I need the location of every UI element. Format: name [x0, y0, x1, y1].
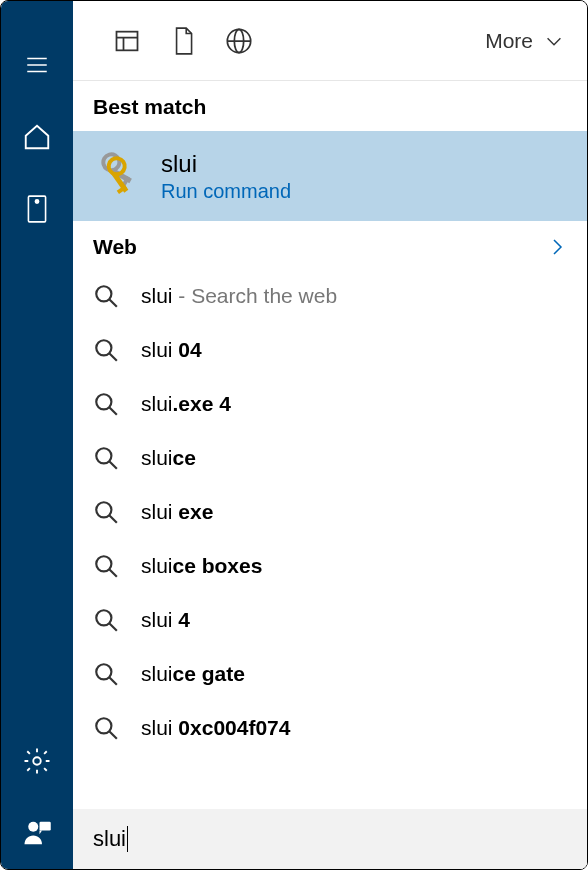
search-icon: [93, 337, 119, 363]
svg-point-6: [28, 822, 38, 832]
svg-line-37: [109, 731, 117, 739]
svg-point-32: [96, 610, 111, 625]
search-icon: [93, 715, 119, 741]
best-match-header: Best match: [73, 81, 587, 131]
web-result-text: slui 0xc004f074: [141, 716, 290, 740]
settings-button[interactable]: [1, 725, 73, 797]
web-result-text: sluice: [141, 446, 196, 470]
more-filters-button[interactable]: More: [485, 29, 587, 53]
best-match-title: slui: [161, 150, 291, 178]
search-input-text: slui: [93, 826, 126, 852]
web-result-row[interactable]: sluice: [73, 431, 587, 485]
svg-point-26: [96, 448, 111, 463]
user-feedback-button[interactable]: [1, 797, 73, 869]
user-feedback-icon: [22, 818, 52, 848]
web-result-row[interactable]: slui.exe 4: [73, 377, 587, 431]
best-match-subtitle: Run command: [161, 180, 291, 203]
web-result-text: slui exe: [141, 500, 213, 524]
best-match-result[interactable]: slui Run command: [73, 131, 587, 221]
home-icon: [22, 122, 52, 152]
web-result-text: slui - Search the web: [141, 284, 337, 308]
documents-filter-button[interactable]: [155, 13, 211, 69]
search-icon: [93, 499, 119, 525]
web-results-list: slui - Search the webslui 04slui.exe 4sl…: [73, 269, 587, 755]
svg-line-33: [109, 623, 117, 631]
more-label: More: [485, 29, 533, 53]
web-result-text: slui.exe 4: [141, 392, 231, 416]
search-icon: [93, 283, 119, 309]
web-result-text: sluice boxes: [141, 554, 262, 578]
svg-point-5: [33, 757, 41, 765]
keys-icon: [91, 152, 139, 200]
web-result-row[interactable]: sluice gate: [73, 647, 587, 701]
search-icon: [93, 661, 119, 687]
svg-rect-7: [40, 822, 51, 831]
chevron-down-icon: [543, 30, 565, 52]
tablet-button[interactable]: [1, 173, 73, 245]
svg-point-20: [96, 286, 111, 301]
globe-icon: [225, 27, 253, 55]
document-icon: [170, 26, 196, 56]
svg-point-24: [96, 394, 111, 409]
search-icon: [93, 553, 119, 579]
web-section-header[interactable]: Web: [73, 221, 587, 269]
svg-point-4: [35, 200, 38, 203]
gear-icon: [22, 746, 52, 776]
web-result-row[interactable]: slui 04: [73, 323, 587, 377]
svg-line-21: [109, 299, 117, 307]
sidebar: [1, 1, 73, 869]
svg-rect-8: [117, 31, 138, 50]
web-result-row[interactable]: slui exe: [73, 485, 587, 539]
apps-filter-button[interactable]: [99, 13, 155, 69]
web-filter-button[interactable]: [211, 13, 267, 69]
svg-line-29: [109, 515, 117, 523]
svg-point-28: [96, 502, 111, 517]
search-icon: [93, 607, 119, 633]
tablet-icon: [24, 194, 50, 224]
text-caret: [127, 826, 128, 852]
web-result-row[interactable]: slui 0xc004f074: [73, 701, 587, 755]
search-box[interactable]: slui: [73, 809, 587, 869]
web-header-label: Web: [93, 235, 137, 259]
search-icon: [93, 445, 119, 471]
filter-bar: More: [73, 1, 587, 81]
web-result-text: slui 04: [141, 338, 202, 362]
web-result-row[interactable]: sluice boxes: [73, 539, 587, 593]
svg-point-30: [96, 556, 111, 571]
svg-line-31: [109, 569, 117, 577]
svg-point-22: [96, 340, 111, 355]
home-button[interactable]: [1, 101, 73, 173]
web-result-row[interactable]: slui 4: [73, 593, 587, 647]
web-result-text: sluice gate: [141, 662, 245, 686]
svg-line-35: [109, 677, 117, 685]
svg-line-25: [109, 407, 117, 415]
svg-line-23: [109, 353, 117, 361]
svg-point-34: [96, 664, 111, 679]
svg-line-27: [109, 461, 117, 469]
hamburger-menu-button[interactable]: [1, 29, 73, 101]
hamburger-icon: [24, 52, 50, 78]
svg-point-36: [96, 718, 111, 733]
apps-icon: [113, 27, 141, 55]
chevron-right-icon: [545, 235, 569, 259]
main-panel: More Best match: [73, 1, 587, 869]
web-result-row[interactable]: slui - Search the web: [73, 269, 587, 323]
search-icon: [93, 391, 119, 417]
web-result-text: slui 4: [141, 608, 190, 632]
